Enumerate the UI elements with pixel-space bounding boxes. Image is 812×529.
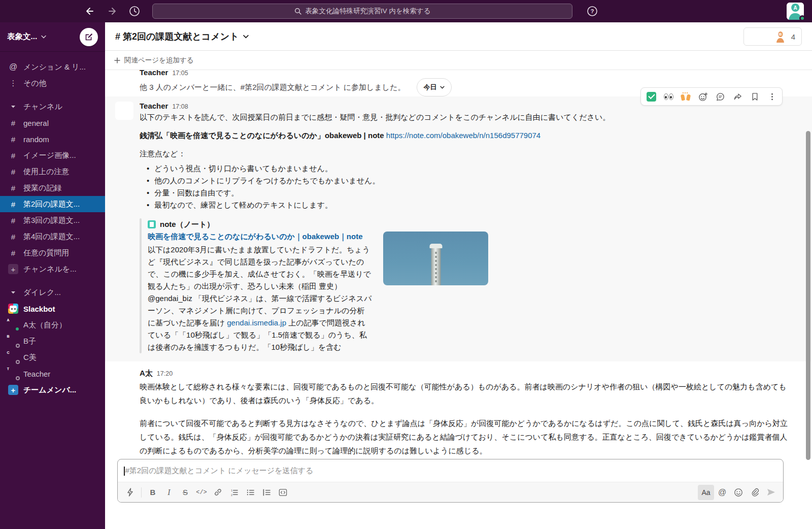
sidebar-channel-usage-note[interactable]: 使用上の注意: [0, 163, 105, 180]
more-actions-button[interactable]: [764, 89, 780, 104]
clock-icon: [128, 5, 141, 17]
compose-button[interactable]: [80, 28, 98, 46]
card-title-link[interactable]: 映画を倍速で見ることのなにがわるいのか｜obakeweb｜note: [148, 230, 372, 243]
shortcuts-button[interactable]: [122, 485, 138, 500]
channel-title[interactable]: # 第2回の課題文献とコメント: [115, 30, 249, 43]
invite-teammates-button[interactable]: + チームメンバ...: [0, 382, 105, 398]
sidebar-channel-image[interactable]: イメージ画像...: [0, 147, 105, 163]
ordered-list-icon: 12: [230, 488, 239, 497]
presence-indicator: [16, 360, 20, 364]
text-cursor: [124, 467, 125, 476]
sidebar-channel-session2-active[interactable]: 第2回の課題文...: [0, 196, 105, 212]
ordered-list-button[interactable]: 12: [226, 485, 242, 500]
user-avatar[interactable]: A: [787, 3, 804, 20]
gendai-link[interactable]: gendai.ismedia.jp: [227, 318, 286, 327]
reaction-eyes-button[interactable]: [660, 89, 676, 104]
strikethrough-button[interactable]: S: [177, 485, 193, 500]
share-arrow-icon: [733, 92, 742, 102]
card-body-text: 以下は2020年3月に書いたまま放置していたドラフトだ。ちょうど『現代ビジネス』…: [148, 244, 372, 353]
send-button[interactable]: [763, 485, 779, 500]
reaction-raised-hands-button[interactable]: [678, 89, 694, 104]
help-button[interactable]: ?: [585, 4, 600, 19]
message-avatar[interactable]: T: [115, 70, 133, 86]
reaction-check-button[interactable]: [643, 89, 659, 104]
attach-file-button[interactable]: [747, 485, 763, 500]
history-forward-button[interactable]: [105, 4, 120, 19]
author-name[interactable]: Teacher: [140, 102, 168, 110]
sidebar-channel-random[interactable]: random: [0, 131, 105, 147]
bullet-list: どういう視点・切り口から書いてもかまいません。 他の人のコメントにリプライをつけ…: [140, 162, 790, 211]
lightning-icon: [126, 488, 134, 497]
plus-icon: [114, 57, 120, 63]
formatting-toggle-button[interactable]: Aa: [698, 485, 714, 500]
top-bar: 表象文化論特殊研究演習IV 内を検索する ? A: [0, 0, 812, 22]
sidebar-dm-slackbot[interactable]: Slackbot: [0, 301, 105, 317]
sidebar-channel-general[interactable]: general: [0, 115, 105, 131]
blockquote-button[interactable]: [258, 485, 275, 500]
sidebar-item-more[interactable]: その他: [0, 75, 105, 91]
author-name[interactable]: Teacher: [140, 70, 168, 77]
message-atai: A A太 17:20 映画体験として総称される様々な要素には、回復可能であるもの…: [105, 361, 812, 457]
timestamp[interactable]: 17:05: [172, 70, 188, 77]
section-label: チャンネル: [23, 102, 62, 112]
sidebar-dm-teacher[interactable]: T Teacher: [0, 366, 105, 382]
share-message-button[interactable]: [729, 89, 746, 104]
add-channel-button[interactable]: + チャンネルを...: [0, 261, 105, 277]
reply-thread-button[interactable]: [712, 89, 728, 104]
history-back-button[interactable]: [82, 4, 97, 19]
sidebar-dm-cmi[interactable]: C C美: [0, 349, 105, 366]
sidebar-dm-bko[interactable]: B B子: [0, 333, 105, 349]
input-placeholder: #第2回の課題文献とコメント にメッセージを送信する: [125, 466, 314, 476]
bold-button[interactable]: B: [145, 485, 161, 500]
dm-section-header[interactable]: ダイレク...: [0, 284, 105, 301]
message-input[interactable]: #第2回の課題文献とコメント にメッセージを送信する: [118, 459, 783, 482]
link-preview-card: note（ノート） 映画を倍速で見ることのなにがわるいのか｜obakeweb｜n…: [140, 218, 790, 353]
timestamp[interactable]: 17:08: [172, 103, 188, 110]
presence-indicator: [16, 344, 20, 348]
add-bookmark-button[interactable]: 関連ページを追加する: [114, 56, 194, 65]
sidebar-dm-self[interactable]: A A太（自分）: [0, 317, 105, 333]
message-avatar[interactable]: A: [115, 369, 133, 387]
chimney-shape: [431, 248, 441, 285]
history-clock-button[interactable]: [127, 4, 142, 19]
note-service-icon: [148, 220, 156, 228]
sidebar-item-mentions[interactable]: メンション & リ...: [0, 59, 105, 75]
plus-icon: +: [8, 385, 18, 395]
bulleted-list-button[interactable]: [242, 485, 258, 500]
search-input[interactable]: 表象文化論特殊研究演習IV 内を検索する: [152, 4, 572, 19]
timestamp[interactable]: 17:20: [157, 370, 173, 377]
italic-button[interactable]: I: [161, 485, 177, 500]
card-thumbnail-chimney-photo[interactable]: [383, 232, 488, 285]
sidebar-channel-session3[interactable]: 第3回の課題文...: [0, 212, 105, 228]
emoji-button[interactable]: [730, 485, 747, 500]
sidebar-channel-questions[interactable]: 任意の質問用: [0, 245, 105, 261]
sidebar-channel-session4[interactable]: 第4回の課題文...: [0, 228, 105, 245]
note-article-link[interactable]: https://note.com/obakeweb/n/n156d9577907…: [386, 131, 540, 140]
mention-button[interactable]: @: [714, 485, 730, 500]
link-icon: [214, 488, 222, 497]
link-button[interactable]: [210, 485, 226, 500]
sidebar: 表象文... メンション & リ... その他 チャンネル: [0, 22, 105, 529]
save-bookmark-button[interactable]: [747, 89, 763, 104]
code-block-button[interactable]: [275, 485, 291, 500]
smiley-icon: [734, 488, 743, 497]
compose-pencil-icon: [84, 32, 93, 42]
bookmark-bar: 関連ページを追加する: [105, 51, 812, 70]
blockquote-icon: [262, 488, 271, 497]
scrollbar-thumb[interactable]: [806, 131, 810, 460]
plus-icon: +: [8, 264, 18, 274]
date-pill[interactable]: 今日: [417, 78, 452, 96]
sidebar-channel-class-record[interactable]: 授業の記録: [0, 180, 105, 196]
channel-members-button[interactable]: T A B 4: [743, 27, 802, 46]
message-avatar[interactable]: T: [115, 102, 133, 120]
workspace-switcher[interactable]: 表象文...: [0, 22, 105, 52]
paperclip-icon: [751, 488, 759, 497]
section-chevron-icon: [8, 291, 18, 294]
chevron-down-icon: [41, 35, 46, 39]
author-name[interactable]: A太: [140, 369, 153, 378]
chevron-down-icon: [243, 35, 249, 39]
channels-section-header[interactable]: チャンネル: [0, 98, 105, 115]
add-reaction-button[interactable]: [695, 89, 711, 104]
inline-code-button[interactable]: </>: [193, 485, 210, 500]
sidebar-item-label: その他: [23, 79, 47, 88]
